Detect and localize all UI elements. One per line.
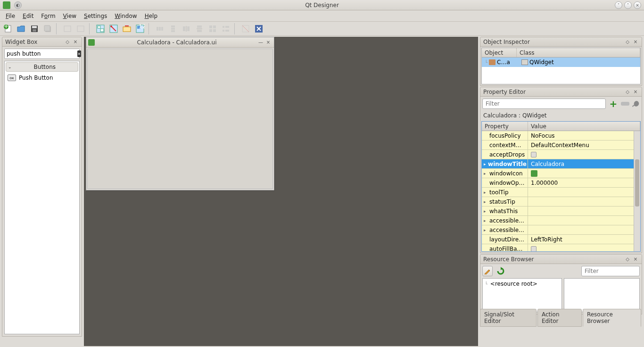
expand-icon[interactable]: ▸ bbox=[484, 228, 488, 232]
expand-icon[interactable]: ▸ bbox=[484, 162, 487, 166]
svg-rect-4 bbox=[32, 26, 37, 28]
expand-icon[interactable]: ▸ bbox=[484, 171, 488, 176]
dock-float-icon[interactable]: ◇ bbox=[64, 39, 71, 45]
minimize-button[interactable]: ˅ bbox=[615, 1, 622, 9]
property-row[interactable]: ▸accessible… bbox=[482, 225, 640, 235]
widget-search[interactable]: × bbox=[4, 49, 80, 59]
add-property-icon[interactable]: + bbox=[609, 99, 618, 108]
col-class[interactable]: Class bbox=[517, 48, 640, 57]
checkbox[interactable] bbox=[531, 246, 537, 252]
property-row[interactable]: ▸windowIcon bbox=[482, 169, 640, 178]
property-name: contextM… bbox=[482, 140, 528, 149]
property-value[interactable] bbox=[528, 197, 640, 206]
checkbox[interactable] bbox=[531, 152, 537, 157]
object-tree-header: Object Class bbox=[482, 48, 640, 58]
property-row[interactable]: ▸toolTip bbox=[482, 188, 640, 197]
open-button[interactable] bbox=[15, 23, 27, 35]
tab-signal-slot[interactable]: Signal/Slot Editor bbox=[480, 309, 537, 327]
dock-close-icon[interactable]: × bbox=[632, 89, 639, 95]
edit-signals-button[interactable] bbox=[107, 23, 120, 35]
property-name: ▸windowIcon bbox=[482, 169, 528, 178]
col-value[interactable]: Value bbox=[528, 122, 640, 131]
property-row[interactable]: autoFillBa… bbox=[482, 244, 640, 252]
expand-icon[interactable]: ▸ bbox=[484, 190, 488, 195]
property-value[interactable] bbox=[528, 207, 640, 215]
edit-resources-icon[interactable] bbox=[482, 266, 493, 276]
resource-root[interactable]: <resource root> bbox=[490, 281, 537, 287]
scrollbar[interactable] bbox=[634, 131, 640, 251]
property-value[interactable] bbox=[528, 216, 640, 225]
maximize-button[interactable]: ˄ bbox=[624, 1, 632, 9]
widget-pushbutton[interactable]: OK Push Button bbox=[5, 73, 79, 83]
dock-float-icon[interactable]: ◇ bbox=[624, 89, 631, 95]
property-row[interactable]: layoutDire…LeftToRight bbox=[482, 235, 640, 244]
property-value[interactable] bbox=[528, 188, 640, 197]
resource-filter-input[interactable] bbox=[581, 266, 640, 276]
form-window[interactable]: Calculadora - Calculadora.ui — × bbox=[86, 37, 274, 190]
widget-search-input[interactable] bbox=[7, 50, 77, 57]
dock-close-icon[interactable]: × bbox=[632, 256, 639, 263]
expand-icon[interactable]: ▸ bbox=[484, 218, 488, 223]
design-canvas[interactable]: Calculadora - Calculadora.ui — × bbox=[84, 37, 478, 346]
edit-widgets-button[interactable] bbox=[94, 23, 107, 35]
dock-float-icon[interactable]: ◇ bbox=[624, 256, 631, 263]
property-row[interactable]: ▸accessible… bbox=[482, 216, 640, 225]
save-button[interactable] bbox=[28, 23, 41, 35]
form-body[interactable] bbox=[87, 49, 273, 189]
menu-help[interactable]: Help bbox=[141, 11, 161, 21]
object-row[interactable]: └ C…a QWidget bbox=[482, 58, 640, 67]
remove-property-icon[interactable] bbox=[621, 102, 629, 106]
dock-close-icon[interactable]: × bbox=[72, 39, 79, 45]
menu-form[interactable]: Form bbox=[37, 11, 59, 21]
menu-view[interactable]: View bbox=[59, 11, 80, 21]
configure-icon[interactable] bbox=[632, 100, 640, 107]
property-row[interactable]: ▸whatsThis bbox=[482, 207, 640, 216]
menu-settings[interactable]: Settings bbox=[80, 11, 111, 21]
property-value[interactable]: 1.000000 bbox=[528, 178, 640, 187]
property-value[interactable]: DefaultContextMenu bbox=[528, 140, 640, 149]
edit-buddies-button[interactable] bbox=[121, 23, 133, 35]
tab-action-editor[interactable]: Action Editor bbox=[537, 309, 582, 327]
close-button[interactable]: × bbox=[634, 1, 641, 9]
property-row[interactable]: windowOp…1.000000 bbox=[482, 178, 640, 188]
form-minimize-icon[interactable]: — bbox=[257, 39, 264, 46]
dock-float-icon[interactable]: ◇ bbox=[624, 39, 631, 45]
group-buttons[interactable]: ⌄ Buttons bbox=[6, 62, 78, 72]
property-table[interactable]: Property Value focusPolicyNoFocuscontext… bbox=[481, 121, 641, 252]
expand-icon[interactable]: ▸ bbox=[484, 209, 488, 214]
property-value[interactable] bbox=[528, 169, 640, 178]
property-value[interactable]: NoFocus bbox=[528, 131, 640, 140]
property-row[interactable]: focusPolicyNoFocus bbox=[482, 131, 640, 140]
widget-list[interactable]: ⌄ Buttons OK Push Button bbox=[4, 61, 80, 334]
property-filter-input[interactable] bbox=[482, 99, 606, 109]
menu-edit[interactable]: Edit bbox=[19, 11, 37, 21]
scrollbar-thumb[interactable] bbox=[635, 159, 639, 207]
dock-close-icon[interactable]: × bbox=[632, 39, 639, 45]
clear-search-icon[interactable]: × bbox=[77, 50, 81, 57]
property-row[interactable]: ▸windowTitleCalculadora bbox=[482, 159, 640, 169]
expand-icon[interactable]: ▸ bbox=[484, 199, 488, 204]
property-value[interactable] bbox=[528, 225, 640, 234]
form-titlebar[interactable]: Calculadora - Calculadora.ui — × bbox=[86, 37, 274, 48]
resource-tree[interactable]: └ <resource root> bbox=[482, 278, 562, 312]
form-close-icon[interactable]: × bbox=[264, 39, 272, 46]
edit-taborder-button[interactable]: 123 bbox=[134, 23, 146, 35]
property-value[interactable] bbox=[528, 150, 640, 159]
menu-window[interactable]: Window bbox=[111, 11, 140, 21]
svg-rect-34 bbox=[213, 29, 216, 32]
col-object[interactable]: Object bbox=[482, 48, 517, 57]
property-row[interactable]: contextM…DefaultContextMenu bbox=[482, 140, 640, 150]
property-value[interactable]: Calculadora bbox=[528, 159, 640, 168]
property-row[interactable]: ▸statusTip bbox=[482, 197, 640, 207]
property-row[interactable]: acceptDrops bbox=[482, 150, 640, 159]
col-property[interactable]: Property bbox=[482, 122, 528, 131]
new-button[interactable]: + bbox=[2, 23, 14, 35]
reload-icon[interactable] bbox=[495, 266, 506, 276]
object-tree[interactable]: Object Class └ C…a QWidget bbox=[481, 48, 641, 84]
property-name: windowOp… bbox=[482, 178, 528, 187]
property-value[interactable] bbox=[528, 244, 640, 252]
adjust-size-button[interactable] bbox=[253, 23, 265, 35]
tab-resource-browser[interactable]: Resource Browser bbox=[583, 309, 641, 327]
menu-file[interactable]: File bbox=[2, 11, 19, 21]
property-value[interactable]: LeftToRight bbox=[528, 235, 640, 244]
